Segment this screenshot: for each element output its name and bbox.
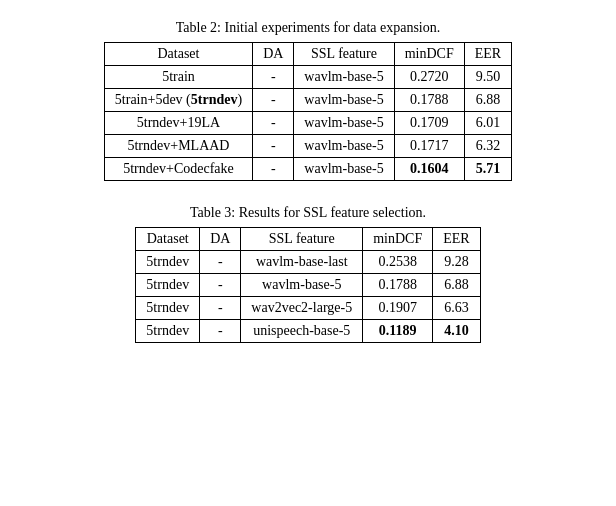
column-header: EER <box>464 43 511 66</box>
column-header: minDCF <box>394 43 464 66</box>
cell-dataset: 5trndev <box>136 251 200 274</box>
cell-dataset: 5trndev+19LA <box>104 112 252 135</box>
column-header: DA <box>200 228 241 251</box>
column-header: EER <box>433 228 480 251</box>
table3: DatasetDASSL featureminDCFEER5trndev-wav… <box>135 227 480 343</box>
cell-minDCF: 0.1604 <box>394 158 464 181</box>
cell-ssl: wavlm-base-last <box>241 251 363 274</box>
cell-minDCF: 0.1907 <box>363 297 433 320</box>
table-row: 5trndev-wav2vec2-large-50.19076.63 <box>136 297 480 320</box>
cell-ssl: wavlm-base-5 <box>294 66 394 89</box>
cell-dataset: 5train+5dev (5trndev) <box>104 89 252 112</box>
table-row: 5train+5dev (5trndev)-wavlm-base-50.1788… <box>104 89 511 112</box>
table3-caption: Table 3: Results for SSL feature selecti… <box>190 205 426 221</box>
column-header: SSL feature <box>294 43 394 66</box>
cell-eer: 5.71 <box>464 158 511 181</box>
cell-dataset: 5trndev+MLAAD <box>104 135 252 158</box>
cell-minDCF: 0.1717 <box>394 135 464 158</box>
cell-ssl: wavlm-base-5 <box>294 89 394 112</box>
table2-caption: Table 2: Initial experiments for data ex… <box>176 20 441 36</box>
cell-eer: 6.88 <box>433 274 480 297</box>
table-row: 5trndev-wavlm-base-50.17886.88 <box>136 274 480 297</box>
cell-da: - <box>200 251 241 274</box>
cell-da: - <box>200 297 241 320</box>
cell-eer: 9.28 <box>433 251 480 274</box>
cell-eer: 6.01 <box>464 112 511 135</box>
cell-minDCF: 0.1189 <box>363 320 433 343</box>
cell-dataset: 5trndev+Codecfake <box>104 158 252 181</box>
cell-eer: 6.88 <box>464 89 511 112</box>
cell-minDCF: 0.1709 <box>394 112 464 135</box>
cell-eer: 9.50 <box>464 66 511 89</box>
cell-ssl: wavlm-base-5 <box>241 274 363 297</box>
cell-minDCF: 0.1788 <box>363 274 433 297</box>
cell-eer: 4.10 <box>433 320 480 343</box>
table-row: 5trndev-wavlm-base-last0.25389.28 <box>136 251 480 274</box>
cell-eer: 6.32 <box>464 135 511 158</box>
cell-ssl: wav2vec2-large-5 <box>241 297 363 320</box>
cell-da: - <box>253 89 294 112</box>
cell-da: - <box>253 135 294 158</box>
table2: DatasetDASSL featureminDCFEER5train-wavl… <box>104 42 512 181</box>
table2-section: Table 2: Initial experiments for data ex… <box>10 20 606 181</box>
column-header: Dataset <box>136 228 200 251</box>
table-row: 5trndev+Codecfake-wavlm-base-50.16045.71 <box>104 158 511 181</box>
cell-eer: 6.63 <box>433 297 480 320</box>
table3-section: Table 3: Results for SSL feature selecti… <box>10 205 606 343</box>
cell-da: - <box>253 66 294 89</box>
cell-ssl: wavlm-base-5 <box>294 112 394 135</box>
column-header: SSL feature <box>241 228 363 251</box>
cell-da: - <box>253 112 294 135</box>
cell-dataset-bold: 5trndev <box>191 92 238 107</box>
cell-ssl: wavlm-base-5 <box>294 135 394 158</box>
cell-ssl: unispeech-base-5 <box>241 320 363 343</box>
table-row: 5trndev+19LA-wavlm-base-50.17096.01 <box>104 112 511 135</box>
cell-ssl: wavlm-base-5 <box>294 158 394 181</box>
cell-da: - <box>253 158 294 181</box>
cell-dataset: 5train <box>104 66 252 89</box>
column-header: DA <box>253 43 294 66</box>
cell-dataset: 5trndev <box>136 274 200 297</box>
table-row: 5train-wavlm-base-50.27209.50 <box>104 66 511 89</box>
column-header: minDCF <box>363 228 433 251</box>
cell-da: - <box>200 274 241 297</box>
cell-minDCF: 0.1788 <box>394 89 464 112</box>
table-row: 5trndev+MLAAD-wavlm-base-50.17176.32 <box>104 135 511 158</box>
cell-da: - <box>200 320 241 343</box>
cell-minDCF: 0.2538 <box>363 251 433 274</box>
table-row: 5trndev-unispeech-base-50.11894.10 <box>136 320 480 343</box>
cell-dataset: 5trndev <box>136 320 200 343</box>
cell-dataset: 5trndev <box>136 297 200 320</box>
column-header: Dataset <box>104 43 252 66</box>
cell-minDCF: 0.2720 <box>394 66 464 89</box>
